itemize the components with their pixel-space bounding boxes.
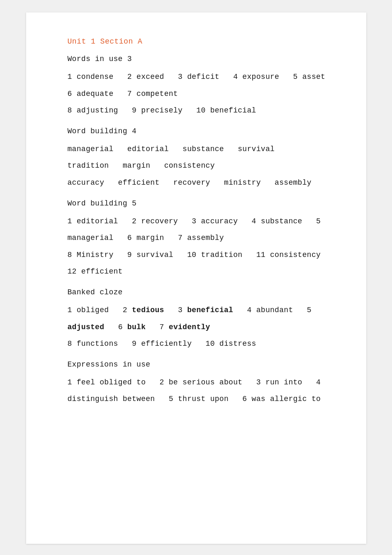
page-container: Unit 1 Section A Words in use 3 1 conden… xyxy=(26,12,366,544)
bold-adjusted: adjusted xyxy=(68,323,105,331)
word-building-4-line1: managerial editorial substance survival xyxy=(68,143,333,156)
words-in-use-line3: 8 adjusting 9 precisely 10 beneficial xyxy=(68,104,333,117)
banked-cloze-line2: adjusted 6 bulk 7 evidently xyxy=(68,321,333,334)
word-building-5-line4: 12 efficient xyxy=(68,265,333,278)
words-in-use-line2: 6 adequate 7 competent xyxy=(68,88,333,100)
expressions-in-use-header: Expressions in use xyxy=(68,360,333,369)
banked-cloze-line3: 8 functions 9 efficiently 10 distress xyxy=(68,337,333,350)
banked-cloze-line1: 1 obliged 2 tedious 3 beneficial 4 abund… xyxy=(68,304,333,317)
word-building-4-header: Word building 4 xyxy=(68,127,333,135)
bold-bulk: bulk xyxy=(127,323,146,331)
words-in-use-line1: 1 condense 2 exceed 3 deficit 4 exposure… xyxy=(68,71,333,83)
word-building-5-line3: 8 Ministry 9 survival 10 tradition 11 co… xyxy=(68,249,333,262)
expressions-line2: distinguish between 5 thrust upon 6 was … xyxy=(68,393,333,406)
words-in-use-header: Words in use 3 xyxy=(68,55,333,63)
word-building-4-line3: accuracy efficient recovery ministry ass… xyxy=(68,176,333,189)
section-title: Unit 1 Section A xyxy=(68,37,333,46)
banked-cloze-header: Banked cloze xyxy=(68,288,333,296)
bold-evidently: evidently xyxy=(169,323,210,331)
word-building-5-line2: managerial 6 margin 7 assembly xyxy=(68,232,333,244)
word-building-5-header: Word building 5 xyxy=(68,199,333,208)
word-building-5-line1: 1 editorial 2 recovery 3 accuracy 4 subs… xyxy=(68,215,333,228)
bold-tedious: tedious xyxy=(132,306,164,314)
expressions-line1: 1 feel obliged to 2 be serious about 3 r… xyxy=(68,376,333,389)
word-building-4-line2: tradition margin consistency xyxy=(68,159,333,172)
bold-beneficial: beneficial xyxy=(187,306,233,314)
